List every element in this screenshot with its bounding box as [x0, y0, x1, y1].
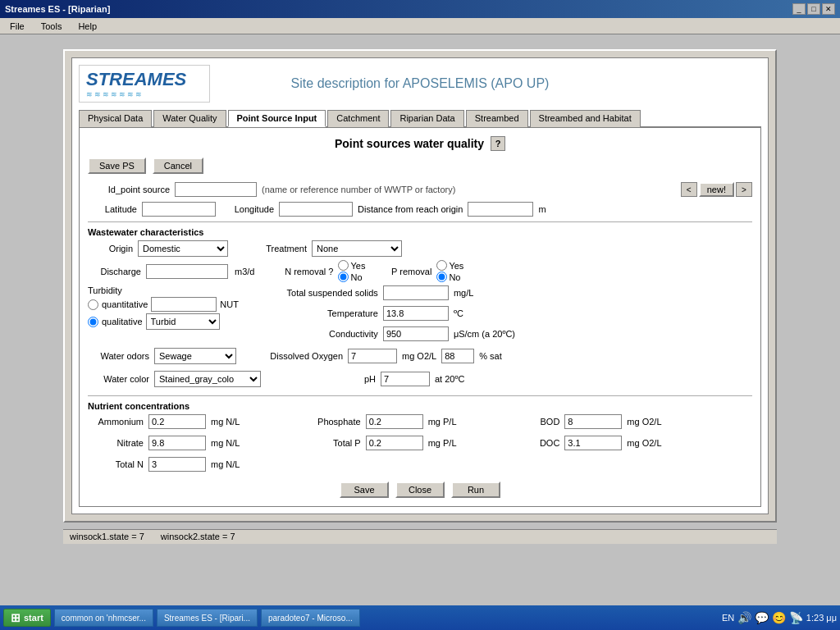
tab-physical-data[interactable]: Physical Data [79, 110, 152, 127]
p-removal-no-label[interactable]: No [436, 272, 463, 282]
nav-prev-button[interactable]: < [681, 182, 697, 197]
tss-input[interactable] [383, 285, 449, 300]
menu-file[interactable]: File [7, 21, 28, 32]
tab-water-quality[interactable]: Water Quality [153, 110, 226, 127]
n-removal-no-label[interactable]: No [338, 272, 365, 282]
taskbar-item-1[interactable]: Streames ES - [Ripari... [157, 609, 258, 627]
save-button[interactable]: Save [340, 482, 389, 498]
start-button[interactable]: ⊞ start [3, 609, 51, 627]
total-n-label: Total N [88, 459, 144, 469]
bod-row: BOD mg O2/L [535, 414, 752, 429]
total-p-input[interactable] [366, 436, 423, 450]
run-button[interactable]: Run [451, 482, 500, 498]
turbidity-section: Turbidity quantitative NUT qualitative T… [88, 285, 239, 345]
site-title: Site description for APOSELEMIS (APO UP) [291, 76, 550, 91]
save-ps-button[interactable]: Save PS [88, 158, 146, 174]
p-removal-no-radio[interactable] [436, 272, 447, 282]
p-removal-yes-label[interactable]: Yes [436, 260, 463, 271]
latitude-input[interactable] [142, 202, 216, 217]
temp-row: Temperature ºC [263, 306, 515, 321]
temp-input[interactable] [383, 306, 449, 321]
color-select[interactable]: Stained_gray_colo Clear Brown Green [154, 371, 261, 387]
minimize-button[interactable]: _ [792, 3, 806, 15]
tab-catchment[interactable]: Catchment [327, 110, 389, 127]
id-point-source-hint: (name or reference number of WWTP or fac… [262, 185, 455, 194]
status-right: winsock2.state = 7 [161, 532, 235, 542]
taskbar-item-2[interactable]: paradoteo7 - Microso... [261, 609, 360, 627]
inner-content: STREAMES ≋≋≋≋≋≋≋ Site description for AP… [71, 57, 769, 514]
do-row: Dissolved Oxygen mg O2/L % sat [253, 348, 502, 364]
logo-header: STREAMES ≋≋≋≋≋≋≋ Site description for AP… [79, 65, 761, 103]
turbidity-quantitative-radio[interactable] [88, 299, 98, 310]
nutrient-header: Nutrient concentrations [88, 401, 752, 411]
bod-label: BOD [535, 417, 559, 427]
origin-select[interactable]: Domestic Industrial Mixed [138, 240, 228, 257]
treatment-select[interactable]: None Primary Secondary Tertiary [312, 240, 402, 257]
new-button[interactable]: new! [699, 182, 734, 197]
color-ph-row: Water color Stained_gray_colo Clear Brow… [88, 371, 752, 390]
do-input[interactable] [348, 349, 397, 363]
discharge-input[interactable] [146, 264, 228, 279]
n-removal-no-radio[interactable] [338, 272, 349, 282]
color-row: Water color Stained_gray_colo Clear Brow… [88, 371, 261, 387]
tab-streambed[interactable]: Streambed [466, 110, 528, 127]
taskbar-right: EN 🔊 💬 😊 📡 1:23 μμ [722, 611, 837, 624]
status-bar: winsock1.state = 7 winsock2.state = 7 [63, 529, 777, 544]
ph-input[interactable] [381, 372, 430, 386]
menu-bar: File Tools Help [0, 18, 840, 34]
phosphate-input[interactable] [366, 414, 423, 429]
section-divider-1 [88, 221, 752, 222]
close-button[interactable]: Close [395, 482, 445, 498]
ph-row: pH at 20ºC [277, 371, 464, 387]
odors-label: Water odors [88, 351, 149, 361]
conductivity-input[interactable] [383, 326, 449, 341]
discharge-unit: m3/d [235, 267, 254, 276]
total-p-unit: mg P/L [428, 438, 457, 448]
taskbar-item-0[interactable]: common on 'nhmcser... [54, 609, 153, 627]
ammonium-unit: mg N/L [211, 417, 240, 427]
tab-riparian-data[interactable]: Riparian Data [390, 110, 463, 127]
tab-streambed-habitat[interactable]: Streambed and Habitat [530, 110, 641, 127]
odors-select[interactable]: Sewage None Earthy Chemical [154, 348, 236, 364]
doc-row: DOC mg O2/L [535, 436, 752, 450]
turbidity-quantitative-label: quantitative [102, 299, 148, 309]
turbidity-qualitative-radio[interactable] [88, 317, 98, 327]
distance-unit: m [538, 204, 546, 214]
main-window: STREAMES ≋≋≋≋≋≋≋ Site description for AP… [63, 49, 777, 523]
doc-input[interactable] [564, 436, 622, 450]
ammonium-input[interactable] [148, 414, 206, 429]
color-label: Water color [88, 374, 149, 384]
n-removal-yes-label[interactable]: Yes [338, 260, 365, 271]
longitude-input[interactable] [279, 202, 353, 217]
bod-input[interactable] [564, 414, 622, 429]
ph-unit: at 20ºC [435, 374, 464, 384]
do-sat-input[interactable] [441, 349, 474, 363]
close-button[interactable]: ✕ [822, 3, 835, 15]
id-point-source-input[interactable] [175, 182, 257, 197]
menu-tools[interactable]: Tools [38, 21, 66, 32]
nutrients-grid: Ammonium mg N/L Phosphate mg P/L BOD mg … [88, 414, 752, 475]
nitrate-input[interactable] [148, 436, 206, 450]
help-button[interactable]: ? [491, 136, 505, 151]
menu-help[interactable]: Help [75, 21, 100, 32]
maximize-button[interactable]: □ [807, 3, 820, 15]
turbidity-quantitative-input[interactable] [151, 297, 217, 312]
p-removal-yes-radio[interactable] [436, 260, 447, 271]
section-divider-2 [88, 395, 752, 396]
do-sat-unit: % sat [479, 351, 502, 361]
tab-point-source-input[interactable]: Point Source Input [228, 110, 326, 127]
n-removal-yes-radio[interactable] [338, 260, 349, 271]
total-n-input[interactable] [148, 457, 206, 472]
locale-indicator: EN [722, 613, 734, 623]
nav-next-button[interactable]: > [736, 182, 752, 197]
turbidity-qualitative-select[interactable]: Turbid Clear Slightly turbid [146, 313, 220, 330]
odors-row: Water odors Sewage None Earthy Chemical [88, 348, 236, 364]
distance-input[interactable] [468, 202, 533, 217]
total-p-label: Total P [312, 438, 361, 448]
title-bar: Streames ES - [Riparian] _ □ ✕ [0, 0, 840, 18]
ammonium-label: Ammonium [88, 417, 144, 427]
bottom-buttons: Save Close Run [88, 482, 752, 498]
p-removal-group: Yes No [436, 260, 463, 282]
turbidity-label: Turbidity [88, 285, 239, 295]
cancel-button[interactable]: Cancel [153, 158, 203, 174]
